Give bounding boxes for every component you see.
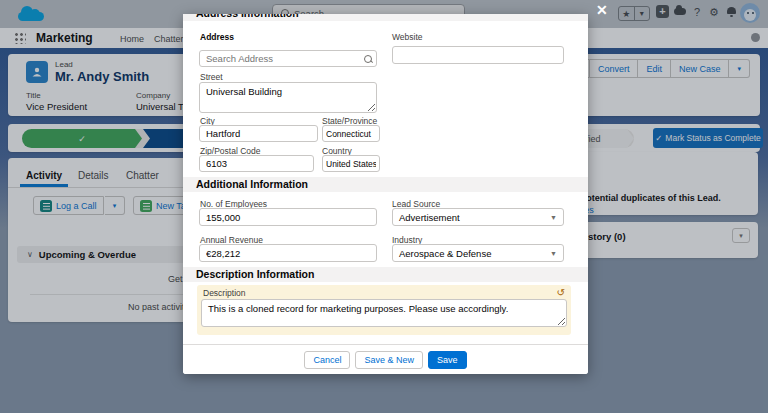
street-label: Street [200,72,223,82]
modal-body: Address Information Address Website Stre… [183,14,588,344]
city-input[interactable] [199,125,318,142]
section-additional-information: Additional Information [183,177,588,192]
chevron-down-icon: ▼ [550,250,557,257]
save-and-new-button[interactable]: Save & New [355,351,423,369]
country-input[interactable] [322,155,380,172]
section-address-information: Address Information [183,14,588,21]
lead-edit-modal: Address Information Address Website Stre… [183,14,588,374]
modal-footer: Cancel Save & New Save [183,344,588,374]
undo-icon[interactable]: ↺ [557,288,565,298]
industry-value: Aerospace & Defense [399,248,491,259]
street-textarea[interactable] [199,82,377,113]
salesforce-app: Search... ★ ▾ + ? ⚙ Marketing Home Chatt… [0,0,768,413]
website-label: Website [392,32,423,42]
description-label: Description [203,288,246,298]
description-field-edited: Description ↺ [197,285,571,335]
description-textarea[interactable] [201,299,567,327]
zip-input[interactable] [199,155,314,172]
chevron-down-icon: ▼ [550,214,557,221]
state-input[interactable] [322,125,380,142]
lead-source-value: Advertisement [399,212,460,223]
cancel-button[interactable]: Cancel [304,351,350,369]
section-description-information: Description Information [183,267,588,282]
employees-input[interactable] [199,208,377,226]
search-address-input[interactable] [199,50,377,67]
modal-close-icon[interactable]: ✕ [596,2,608,18]
annual-revenue-input[interactable] [199,244,377,262]
save-button[interactable]: Save [428,351,467,369]
address-label: Address [200,32,234,42]
website-input[interactable] [392,46,564,64]
industry-select[interactable]: Aerospace & Defense ▼ [392,244,564,262]
lead-source-select[interactable]: Advertisement ▼ [392,208,564,226]
